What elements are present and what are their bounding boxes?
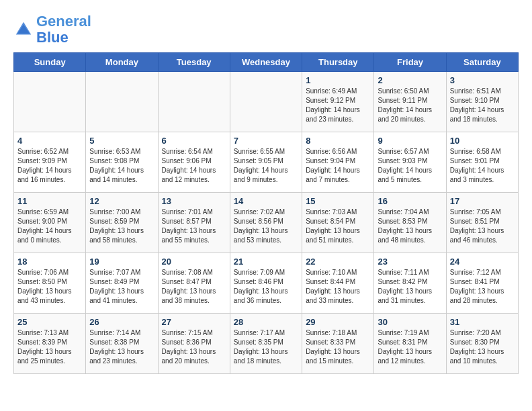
calendar-cell: 6Sunrise: 6:54 AM Sunset: 9:06 PM Daylig… bbox=[158, 132, 230, 193]
weekday-header-row: SundayMondayTuesdayWednesdayThursdayFrid… bbox=[14, 53, 519, 72]
day-info: Sunrise: 7:06 AM Sunset: 8:50 PM Dayligh… bbox=[17, 268, 82, 306]
day-info: Sunrise: 7:05 AM Sunset: 8:51 PM Dayligh… bbox=[450, 208, 515, 245]
day-number: 30 bbox=[378, 317, 442, 327]
calendar-cell: 27Sunrise: 7:15 AM Sunset: 8:36 PM Dayli… bbox=[158, 314, 230, 374]
day-info: Sunrise: 7:07 AM Sunset: 8:49 PM Dayligh… bbox=[89, 268, 154, 306]
weekday-header-monday: Monday bbox=[86, 53, 158, 72]
day-number: 20 bbox=[162, 257, 226, 267]
day-info: Sunrise: 6:51 AM Sunset: 9:10 PM Dayligh… bbox=[450, 87, 515, 124]
day-number: 12 bbox=[89, 196, 154, 206]
logo: GeneralBlue bbox=[13, 13, 91, 46]
day-info: Sunrise: 7:13 AM Sunset: 8:39 PM Dayligh… bbox=[17, 328, 82, 366]
day-number: 6 bbox=[162, 136, 226, 146]
calendar-body: 1Sunrise: 6:49 AM Sunset: 9:12 PM Daylig… bbox=[14, 72, 519, 374]
calendar-cell: 26Sunrise: 7:14 AM Sunset: 8:38 PM Dayli… bbox=[86, 314, 158, 374]
day-number: 1 bbox=[306, 75, 370, 85]
day-info: Sunrise: 7:00 AM Sunset: 8:59 PM Dayligh… bbox=[89, 208, 154, 245]
day-info: Sunrise: 6:52 AM Sunset: 9:09 PM Dayligh… bbox=[17, 147, 82, 185]
day-info: Sunrise: 7:17 AM Sunset: 8:35 PM Dayligh… bbox=[234, 328, 298, 366]
day-number: 9 bbox=[378, 136, 442, 146]
calendar-cell: 15Sunrise: 7:03 AM Sunset: 8:54 PM Dayli… bbox=[302, 193, 374, 253]
calendar-cell: 7Sunrise: 6:55 AM Sunset: 9:05 PM Daylig… bbox=[230, 132, 302, 193]
calendar-cell: 23Sunrise: 7:11 AM Sunset: 8:42 PM Dayli… bbox=[374, 253, 446, 314]
calendar-cell: 4Sunrise: 6:52 AM Sunset: 9:09 PM Daylig… bbox=[14, 132, 86, 193]
calendar-week-5: 25Sunrise: 7:13 AM Sunset: 8:39 PM Dayli… bbox=[14, 314, 519, 374]
calendar-cell bbox=[158, 72, 230, 132]
weekday-header-tuesday: Tuesday bbox=[158, 53, 230, 72]
day-number: 10 bbox=[450, 136, 515, 146]
day-number: 13 bbox=[162, 196, 226, 206]
day-info: Sunrise: 6:59 AM Sunset: 9:00 PM Dayligh… bbox=[17, 208, 82, 245]
day-number: 27 bbox=[162, 317, 226, 327]
calendar-cell: 11Sunrise: 6:59 AM Sunset: 9:00 PM Dayli… bbox=[14, 193, 86, 253]
calendar-cell: 18Sunrise: 7:06 AM Sunset: 8:50 PM Dayli… bbox=[14, 253, 86, 314]
weekday-header-saturday: Saturday bbox=[446, 53, 518, 72]
day-number: 25 bbox=[17, 317, 82, 327]
calendar-cell: 29Sunrise: 7:18 AM Sunset: 8:33 PM Dayli… bbox=[302, 314, 374, 374]
day-number: 31 bbox=[450, 317, 515, 327]
calendar-cell: 13Sunrise: 7:01 AM Sunset: 8:57 PM Dayli… bbox=[158, 193, 230, 253]
logo-text: GeneralBlue bbox=[36, 13, 91, 46]
calendar-cell: 12Sunrise: 7:00 AM Sunset: 8:59 PM Dayli… bbox=[86, 193, 158, 253]
day-number: 21 bbox=[234, 257, 298, 267]
day-info: Sunrise: 7:20 AM Sunset: 8:30 PM Dayligh… bbox=[450, 328, 515, 366]
day-info: Sunrise: 7:10 AM Sunset: 8:44 PM Dayligh… bbox=[306, 268, 370, 306]
day-info: Sunrise: 6:57 AM Sunset: 9:03 PM Dayligh… bbox=[378, 147, 442, 185]
day-info: Sunrise: 7:15 AM Sunset: 8:36 PM Dayligh… bbox=[162, 328, 226, 366]
day-info: Sunrise: 6:54 AM Sunset: 9:06 PM Dayligh… bbox=[162, 147, 226, 185]
day-info: Sunrise: 7:12 AM Sunset: 8:41 PM Dayligh… bbox=[450, 268, 515, 306]
day-number: 22 bbox=[306, 257, 370, 267]
calendar-cell bbox=[86, 72, 158, 132]
day-info: Sunrise: 7:04 AM Sunset: 8:53 PM Dayligh… bbox=[378, 208, 442, 245]
calendar-cell: 20Sunrise: 7:08 AM Sunset: 8:47 PM Dayli… bbox=[158, 253, 230, 314]
calendar-header: SundayMondayTuesdayWednesdayThursdayFrid… bbox=[14, 53, 519, 72]
calendar-cell: 1Sunrise: 6:49 AM Sunset: 9:12 PM Daylig… bbox=[302, 72, 374, 132]
day-info: Sunrise: 7:01 AM Sunset: 8:57 PM Dayligh… bbox=[162, 208, 226, 245]
day-number: 3 bbox=[450, 75, 515, 85]
calendar-cell: 30Sunrise: 7:19 AM Sunset: 8:31 PM Dayli… bbox=[374, 314, 446, 374]
page-header: GeneralBlue bbox=[13, 13, 519, 46]
day-number: 11 bbox=[17, 196, 82, 206]
calendar-cell: 9Sunrise: 6:57 AM Sunset: 9:03 PM Daylig… bbox=[374, 132, 446, 193]
day-number: 19 bbox=[89, 257, 154, 267]
day-number: 5 bbox=[89, 136, 154, 146]
calendar-week-4: 18Sunrise: 7:06 AM Sunset: 8:50 PM Dayli… bbox=[14, 253, 519, 314]
day-number: 4 bbox=[17, 136, 82, 146]
day-number: 18 bbox=[17, 257, 82, 267]
calendar-cell: 31Sunrise: 7:20 AM Sunset: 8:30 PM Dayli… bbox=[446, 314, 518, 374]
weekday-header-thursday: Thursday bbox=[302, 53, 374, 72]
logo-icon bbox=[13, 19, 34, 40]
day-number: 2 bbox=[378, 75, 442, 85]
day-number: 23 bbox=[378, 257, 442, 267]
day-info: Sunrise: 7:02 AM Sunset: 8:56 PM Dayligh… bbox=[234, 208, 298, 245]
day-info: Sunrise: 7:09 AM Sunset: 8:46 PM Dayligh… bbox=[234, 268, 298, 306]
day-info: Sunrise: 7:19 AM Sunset: 8:31 PM Dayligh… bbox=[378, 328, 442, 366]
calendar-cell: 2Sunrise: 6:50 AM Sunset: 9:11 PM Daylig… bbox=[374, 72, 446, 132]
weekday-header-wednesday: Wednesday bbox=[230, 53, 302, 72]
calendar-cell: 3Sunrise: 6:51 AM Sunset: 9:10 PM Daylig… bbox=[446, 72, 518, 132]
day-number: 28 bbox=[234, 317, 298, 327]
calendar-week-2: 4Sunrise: 6:52 AM Sunset: 9:09 PM Daylig… bbox=[14, 132, 519, 193]
day-number: 29 bbox=[306, 317, 370, 327]
calendar-table: SundayMondayTuesdayWednesdayThursdayFrid… bbox=[13, 52, 519, 374]
day-info: Sunrise: 7:03 AM Sunset: 8:54 PM Dayligh… bbox=[306, 208, 370, 245]
calendar-week-3: 11Sunrise: 6:59 AM Sunset: 9:00 PM Dayli… bbox=[14, 193, 519, 253]
calendar-cell bbox=[14, 72, 86, 132]
day-number: 14 bbox=[234, 196, 298, 206]
calendar-cell: 28Sunrise: 7:17 AM Sunset: 8:35 PM Dayli… bbox=[230, 314, 302, 374]
day-number: 15 bbox=[306, 196, 370, 206]
day-info: Sunrise: 6:55 AM Sunset: 9:05 PM Dayligh… bbox=[234, 147, 298, 185]
day-number: 8 bbox=[306, 136, 370, 146]
day-info: Sunrise: 7:08 AM Sunset: 8:47 PM Dayligh… bbox=[162, 268, 226, 306]
day-number: 7 bbox=[234, 136, 298, 146]
day-number: 17 bbox=[450, 196, 515, 206]
day-number: 16 bbox=[378, 196, 442, 206]
day-number: 24 bbox=[450, 257, 515, 267]
day-info: Sunrise: 6:58 AM Sunset: 9:01 PM Dayligh… bbox=[450, 147, 515, 185]
calendar-cell bbox=[230, 72, 302, 132]
day-info: Sunrise: 6:53 AM Sunset: 9:08 PM Dayligh… bbox=[89, 147, 154, 185]
calendar-cell: 25Sunrise: 7:13 AM Sunset: 8:39 PM Dayli… bbox=[14, 314, 86, 374]
calendar-cell: 14Sunrise: 7:02 AM Sunset: 8:56 PM Dayli… bbox=[230, 193, 302, 253]
calendar-week-1: 1Sunrise: 6:49 AM Sunset: 9:12 PM Daylig… bbox=[14, 72, 519, 132]
calendar-cell: 17Sunrise: 7:05 AM Sunset: 8:51 PM Dayli… bbox=[446, 193, 518, 253]
